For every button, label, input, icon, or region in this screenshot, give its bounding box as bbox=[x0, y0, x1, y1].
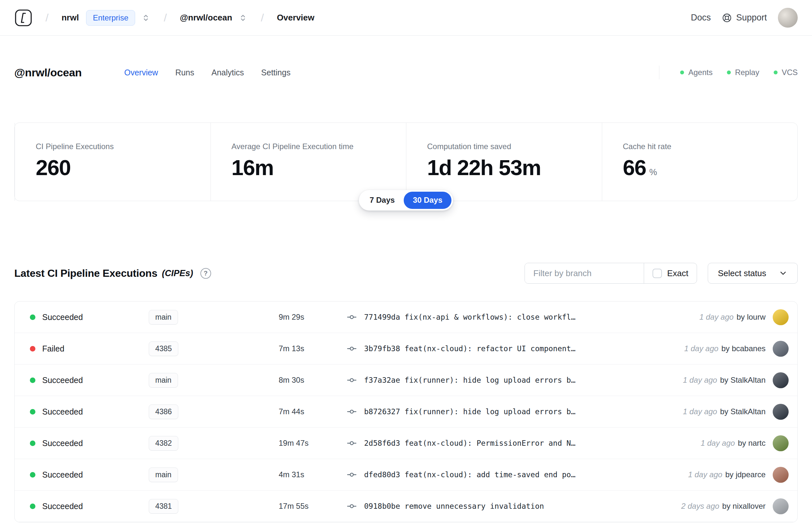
exact-segment: Exact bbox=[644, 263, 697, 283]
table-row[interactable]: Succeeded 4386 7m 44s b8726327 fix(runne… bbox=[15, 396, 797, 427]
row-meta: 1 day ago by StalkAltan bbox=[683, 372, 798, 388]
branch-cell: 4381 bbox=[149, 499, 279, 514]
status-indicator[interactable]: Replay bbox=[727, 68, 760, 77]
branch-badge[interactable]: 4381 bbox=[149, 499, 178, 514]
green-dot-icon bbox=[727, 71, 731, 74]
date-range-toggle: 7 Days 30 Days bbox=[359, 190, 453, 211]
status-label: Succeeded bbox=[42, 376, 149, 385]
help-icon[interactable]: ? bbox=[200, 268, 211, 279]
breadcrumb-workspace[interactable]: @nrwl/ocean bbox=[180, 13, 232, 23]
table-row[interactable]: Failed 4385 7m 13s 3b79fb38 feat(nx-clou… bbox=[15, 333, 797, 364]
author-avatar[interactable] bbox=[773, 467, 788, 483]
duration: 8m 30s bbox=[279, 376, 347, 385]
status-indicator[interactable]: VCS bbox=[774, 68, 798, 77]
stat-value: 66 bbox=[623, 156, 646, 179]
breadcrumb-page: Overview bbox=[277, 13, 315, 23]
stats-section: CI Pipeline Executions 260 Average CI Pi… bbox=[14, 122, 798, 201]
status-dot bbox=[30, 346, 35, 351]
status-indicators: Agents Replay VCS bbox=[680, 68, 798, 77]
author: by jdpearce bbox=[725, 470, 766, 479]
status-dot bbox=[30, 377, 35, 383]
status-indicator[interactable]: Agents bbox=[680, 68, 713, 77]
author-avatar[interactable] bbox=[773, 341, 788, 357]
git-commit-icon bbox=[347, 312, 357, 322]
commit-message[interactable]: 3b79fb38 feat(nx-cloud): refactor UI com… bbox=[364, 344, 674, 353]
branch-filter-input[interactable] bbox=[525, 263, 644, 283]
workspace-switcher-icon[interactable] bbox=[238, 13, 248, 23]
table-row[interactable]: Succeeded main 4m 31s dfed80d3 feat(nx-c… bbox=[15, 459, 797, 491]
tab[interactable]: Runs bbox=[175, 68, 194, 77]
duration: 9m 29s bbox=[279, 313, 347, 321]
stat-label: Cache hit rate bbox=[623, 141, 788, 151]
duration: 19m 47s bbox=[279, 439, 347, 448]
commit-message[interactable]: f37a32ae fix(runner): hide log upload er… bbox=[364, 376, 673, 384]
relative-time: 1 day ago bbox=[683, 407, 717, 416]
branch-badge[interactable]: 4382 bbox=[149, 436, 178, 451]
duration: 7m 44s bbox=[279, 407, 347, 416]
top-nav-right: Docs Support bbox=[691, 8, 798, 28]
breadcrumb-org[interactable]: nrwl bbox=[61, 13, 79, 23]
table-row[interactable]: Succeeded 4382 19m 47s 2d58f6d3 feat(nx-… bbox=[15, 427, 797, 459]
branch-badge[interactable]: main bbox=[149, 310, 178, 325]
commit-message[interactable]: 771499da fix(nx-api & workflows): close … bbox=[364, 313, 690, 321]
git-commit-icon bbox=[347, 470, 357, 480]
commit-message[interactable]: b8726327 fix(runner): hide log upload er… bbox=[364, 407, 673, 416]
support-label: Support bbox=[736, 13, 767, 23]
header-right: Agents Replay VCS bbox=[659, 65, 798, 79]
exact-checkbox[interactable] bbox=[653, 269, 662, 278]
status-label: Failed bbox=[42, 344, 149, 354]
relative-time: 2 days ago bbox=[681, 501, 719, 511]
user-avatar[interactable] bbox=[778, 8, 798, 28]
commit-message[interactable]: 0918b0be remove unnecessary invalidation bbox=[364, 502, 671, 510]
commit-message[interactable]: 2d58f6d3 feat(nx-cloud): PermissionError… bbox=[364, 439, 691, 447]
branch-badge[interactable]: main bbox=[149, 467, 178, 482]
stat-value: 260 bbox=[36, 156, 71, 179]
green-dot-icon bbox=[680, 71, 684, 74]
tab[interactable]: Overview bbox=[124, 68, 158, 77]
table-row[interactable]: Succeeded 4381 17m 55s 0918b0be remove u… bbox=[15, 491, 797, 522]
range-button[interactable]: 30 Days bbox=[404, 192, 451, 209]
breadcrumb-separator: / bbox=[164, 11, 167, 24]
row-meta: 1 day ago by lourw bbox=[699, 309, 797, 325]
page-title: @nrwl/ocean bbox=[14, 66, 81, 79]
page-header: @nrwl/ocean Overview Runs Analytics Sett… bbox=[14, 65, 798, 79]
range-button[interactable]: 7 Days bbox=[361, 192, 404, 209]
breadcrumb-separator: / bbox=[45, 11, 48, 24]
branch-badge[interactable]: 4385 bbox=[149, 342, 178, 356]
vertical-divider bbox=[659, 65, 659, 79]
branch-badge[interactable]: main bbox=[149, 373, 178, 388]
support-link[interactable]: Support bbox=[722, 13, 767, 23]
git-commit-icon bbox=[347, 344, 357, 354]
tab[interactable]: Analytics bbox=[212, 68, 244, 77]
tab[interactable]: Settings bbox=[261, 68, 290, 77]
git-commit-icon bbox=[347, 501, 357, 511]
row-meta: 1 day ago by nartc bbox=[701, 435, 797, 451]
status-label: Succeeded bbox=[42, 407, 149, 417]
docs-link[interactable]: Docs bbox=[691, 13, 711, 23]
cipe-table: Succeeded main 9m 29s 771499da fix(nx-ap… bbox=[14, 301, 798, 522]
table-row[interactable]: Succeeded main 8m 30s f37a32ae fix(runne… bbox=[15, 364, 797, 396]
branch-cell: 4385 bbox=[149, 342, 279, 356]
git-commit-icon bbox=[347, 375, 357, 385]
cipe-header: Latest CI Pipeline Executions (CIPEs) ? … bbox=[14, 263, 798, 284]
org-switcher-icon[interactable] bbox=[141, 13, 151, 23]
relative-time: 1 day ago bbox=[683, 376, 717, 385]
author-avatar[interactable] bbox=[773, 404, 788, 420]
author-avatar[interactable] bbox=[773, 435, 788, 451]
author-avatar[interactable] bbox=[773, 498, 788, 514]
cipe-controls: Exact Select status bbox=[524, 263, 798, 284]
table-row[interactable]: Succeeded main 9m 29s 771499da fix(nx-ap… bbox=[15, 301, 797, 333]
commit-message[interactable]: dfed80d3 feat(nx-cloud): add time-saved … bbox=[364, 470, 678, 479]
author-avatar[interactable] bbox=[773, 309, 788, 325]
author: by lourw bbox=[737, 313, 766, 321]
author-avatar[interactable] bbox=[773, 372, 788, 388]
stat-label: CI Pipeline Executions bbox=[36, 141, 201, 151]
branch-badge[interactable]: 4386 bbox=[149, 404, 178, 419]
nx-cloud-logo[interactable] bbox=[14, 9, 32, 27]
status-label: Succeeded bbox=[42, 501, 149, 511]
status-select-button[interactable]: Select status bbox=[708, 263, 798, 284]
branch-cell: main bbox=[149, 467, 279, 482]
status-dot bbox=[30, 504, 35, 509]
git-commit-icon bbox=[347, 438, 357, 448]
status-dot bbox=[30, 440, 35, 446]
